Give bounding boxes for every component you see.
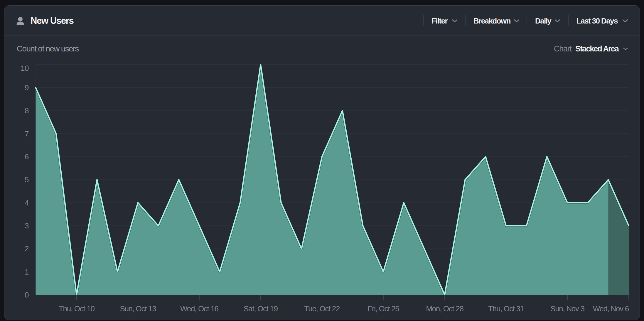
svg-text:3: 3 <box>25 221 29 230</box>
svg-text:10: 10 <box>21 64 29 73</box>
svg-text:Sat, Oct 19: Sat, Oct 19 <box>244 304 278 313</box>
svg-text:Fri, Oct 25: Fri, Oct 25 <box>367 304 399 313</box>
svg-text:Thu, Oct 31: Thu, Oct 31 <box>488 304 524 313</box>
svg-text:Wed, Oct 16: Wed, Oct 16 <box>180 304 219 313</box>
svg-text:2: 2 <box>25 244 29 253</box>
svg-text:5: 5 <box>25 175 29 184</box>
svg-text:Mon, Oct 28: Mon, Oct 28 <box>426 304 463 313</box>
svg-text:Sun, Nov 3: Sun, Nov 3 <box>550 304 584 313</box>
svg-text:Tue, Oct 22: Tue, Oct 22 <box>304 304 340 313</box>
svg-text:8: 8 <box>25 106 29 115</box>
svg-text:7: 7 <box>25 129 29 138</box>
svg-text:4: 4 <box>25 198 29 207</box>
svg-text:1: 1 <box>25 268 29 276</box>
svg-text:9: 9 <box>25 83 29 92</box>
svg-text:Sun, Oct 13: Sun, Oct 13 <box>120 304 156 313</box>
svg-text:0: 0 <box>25 290 29 299</box>
svg-text:6: 6 <box>25 152 29 161</box>
svg-text:Wed, Nov 6: Wed, Nov 6 <box>593 304 629 313</box>
svg-text:Thu, Oct 10: Thu, Oct 10 <box>59 304 95 313</box>
